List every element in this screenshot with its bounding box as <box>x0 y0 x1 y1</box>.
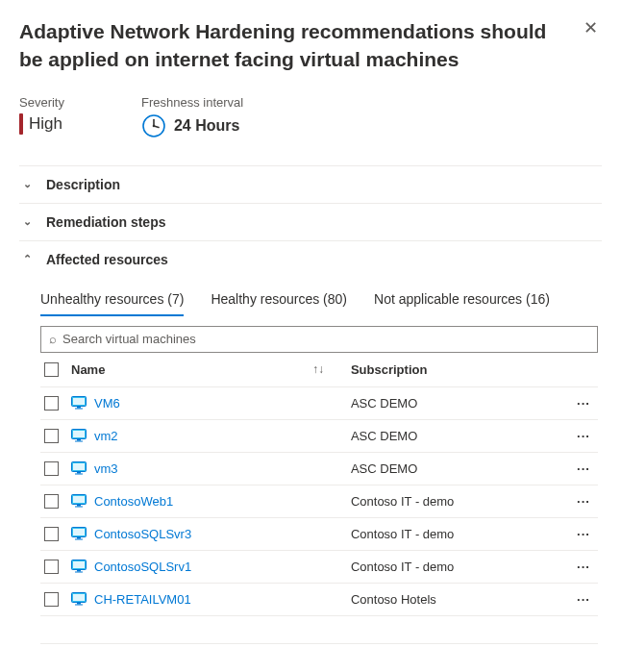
severity-block: Severity High <box>19 95 64 138</box>
subscription-cell: ASC DEMO <box>351 461 559 476</box>
resource-link[interactable]: CH-RETAILVM01 <box>94 592 191 607</box>
resource-link[interactable]: ContosoWeb1 <box>94 494 173 509</box>
row-actions-button[interactable]: ··· <box>569 396 598 411</box>
resource-link[interactable]: ContosoSQLSrv1 <box>94 560 191 574</box>
vm-icon <box>71 592 87 606</box>
section-affected-label: Affected resources <box>46 252 168 267</box>
chevron-down-icon: ⌄ <box>23 178 37 190</box>
vm-icon <box>71 494 87 508</box>
section-remediation[interactable]: ⌄ Remediation steps <box>19 204 602 241</box>
table-row: ContosoSQLSvr3Contoso IT - demo··· <box>40 518 598 551</box>
row-actions-button[interactable]: ··· <box>569 461 598 476</box>
row-actions-button[interactable]: ··· <box>569 527 598 541</box>
row-actions-button[interactable]: ··· <box>569 429 598 443</box>
subscription-cell: ASC DEMO <box>351 396 559 411</box>
row-checkbox[interactable] <box>44 396 59 411</box>
chevron-down-icon: ⌄ <box>23 215 37 228</box>
chevron-up-icon: ⌃ <box>23 253 37 265</box>
section-description-label: Description <box>46 177 120 192</box>
subscription-cell: ASC DEMO <box>351 429 559 443</box>
table-row: vm2ASC DEMO··· <box>40 420 598 453</box>
table-row: ContosoSQLSrv1Contoso IT - demo··· <box>40 551 598 584</box>
table-header: Name ↑↓ Subscription <box>40 353 598 387</box>
column-name[interactable]: Name <box>71 362 105 377</box>
close-icon[interactable]: ✕ <box>580 17 602 38</box>
clock-icon <box>141 113 166 138</box>
severity-value: High <box>29 114 62 134</box>
resource-link[interactable]: vm3 <box>94 461 118 476</box>
page-title: Adaptive Network Hardening recommendatio… <box>19 17 568 74</box>
freshness-value: 24 Hours <box>174 117 239 135</box>
vm-icon <box>71 527 87 540</box>
vm-icon <box>71 560 87 573</box>
table-row: VM6ASC DEMO··· <box>40 387 598 420</box>
search-input[interactable] <box>62 332 589 346</box>
row-checkbox[interactable] <box>44 560 59 574</box>
tab-healthy[interactable]: Healthy resources (80) <box>211 291 347 316</box>
vm-icon <box>71 461 87 475</box>
row-checkbox[interactable] <box>44 461 59 476</box>
row-actions-button[interactable]: ··· <box>569 592 598 607</box>
subscription-cell: Contoso IT - demo <box>351 560 559 574</box>
section-remediation-label: Remediation steps <box>46 214 165 230</box>
search-box[interactable]: ⌕ <box>40 326 598 353</box>
resource-link[interactable]: VM6 <box>94 396 120 411</box>
sort-icon[interactable]: ↑↓ <box>312 362 341 376</box>
row-actions-button[interactable]: ··· <box>569 560 598 574</box>
vm-icon <box>71 429 87 442</box>
freshness-block: Freshness interval 24 Hours <box>141 95 243 138</box>
tab-not-applicable[interactable]: Not applicable resources (16) <box>374 291 550 316</box>
freshness-label: Freshness interval <box>141 95 243 110</box>
subscription-cell: Contoso IT - demo <box>351 494 559 509</box>
row-checkbox[interactable] <box>44 527 59 541</box>
search-icon: ⌕ <box>49 332 57 346</box>
column-subscription[interactable]: Subscription <box>351 362 427 377</box>
section-affected[interactable]: ⌃ Affected resources <box>19 241 602 278</box>
resource-link[interactable]: ContosoSQLSvr3 <box>94 527 191 541</box>
vm-icon <box>71 396 87 410</box>
section-description[interactable]: ⌄ Description <box>19 166 602 204</box>
row-checkbox[interactable] <box>44 429 59 443</box>
row-checkbox[interactable] <box>44 494 59 509</box>
select-all-checkbox[interactable] <box>44 362 59 377</box>
tab-unhealthy[interactable]: Unhealthy resources (7) <box>40 291 184 316</box>
table-row: CH-RETAILVM01Contoso Hotels··· <box>40 584 598 616</box>
resource-link[interactable]: vm2 <box>94 429 118 443</box>
severity-bar-icon <box>19 113 23 135</box>
subscription-cell: Contoso IT - demo <box>351 527 559 541</box>
row-checkbox[interactable] <box>44 592 59 607</box>
severity-label: Severity <box>19 95 64 110</box>
row-actions-button[interactable]: ··· <box>569 494 598 509</box>
table-row: vm3ASC DEMO··· <box>40 453 598 485</box>
subscription-cell: Contoso Hotels <box>351 592 559 607</box>
table-row: ContosoWeb1Contoso IT - demo··· <box>40 485 598 518</box>
